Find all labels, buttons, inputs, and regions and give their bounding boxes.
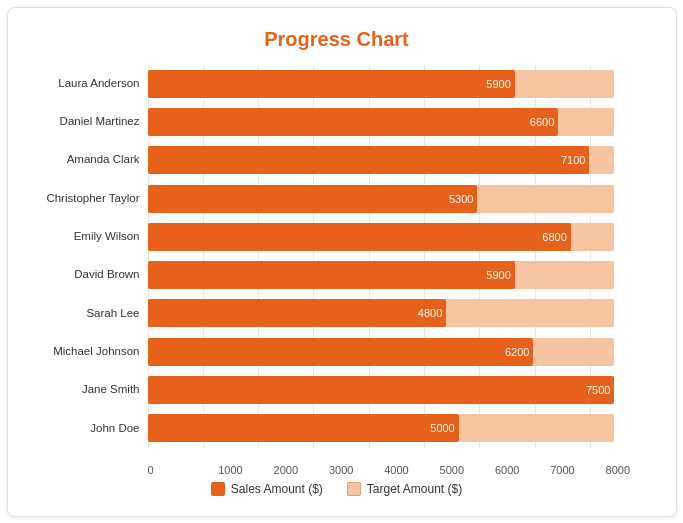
- bar-row: 4800: [148, 296, 646, 330]
- bar-pair: 4800: [148, 299, 646, 327]
- x-tick: 0: [148, 464, 203, 476]
- bar-sales: 6200: [148, 338, 534, 366]
- bar-sales: 5000: [148, 414, 459, 442]
- bar-pair: 5000: [148, 414, 646, 442]
- bar-pair: 7100: [148, 146, 646, 174]
- bar-sales-label: 7100: [561, 154, 589, 166]
- legend-sales-label: Sales Amount ($): [231, 482, 323, 496]
- bar-row: 7100: [148, 143, 646, 177]
- bar-row: 5300: [148, 182, 646, 216]
- bar-sales: 5300: [148, 185, 478, 213]
- y-label: Laura Anderson: [28, 67, 140, 101]
- y-label: Christopher Taylor: [28, 182, 140, 216]
- bar-row: 6200: [148, 335, 646, 369]
- bar-sales-label: 5000: [430, 422, 458, 434]
- bar-sales: 6800: [148, 223, 571, 251]
- bar-sales: 7500: [148, 376, 615, 404]
- legend-target-box: [347, 482, 361, 496]
- y-label: Michael Johnson: [28, 335, 140, 369]
- bar-sales: 5900: [148, 261, 515, 289]
- legend-sales: Sales Amount ($): [211, 482, 323, 496]
- bar-sales: 4800: [148, 299, 447, 327]
- bar-pair: 5900: [148, 261, 646, 289]
- bar-row: 6600: [148, 105, 646, 139]
- y-label: John Doe: [28, 411, 140, 445]
- bar-sales-label: 7500: [586, 384, 614, 396]
- bar-sales-label: 6600: [530, 116, 558, 128]
- bar-row: 5000: [148, 411, 646, 445]
- y-label: David Brown: [28, 258, 140, 292]
- bar-pair: 6600: [148, 108, 646, 136]
- bar-pair: 6200: [148, 338, 646, 366]
- chart-title: Progress Chart: [28, 28, 646, 51]
- x-tick: 8000: [590, 464, 645, 476]
- bars-and-x: 5900660071005300680059004800620075005000…: [148, 65, 646, 478]
- legend-sales-box: [211, 482, 225, 496]
- legend: Sales Amount ($) Target Amount ($): [28, 482, 646, 496]
- y-label: Daniel Martinez: [28, 105, 140, 139]
- chart-area: Laura AndersonDaniel MartinezAmanda Clar…: [28, 65, 646, 478]
- y-label: Amanda Clark: [28, 143, 140, 177]
- legend-target: Target Amount ($): [347, 482, 462, 496]
- bar-row: 5900: [148, 258, 646, 292]
- bar-sales-label: 6800: [542, 231, 570, 243]
- x-tick: 2000: [258, 464, 313, 476]
- bar-sales-label: 5300: [449, 193, 477, 205]
- bar-sales-label: 6200: [505, 346, 533, 358]
- bar-sales-label: 5900: [486, 269, 514, 281]
- bar-row: 5900: [148, 67, 646, 101]
- bar-row: 6800: [148, 220, 646, 254]
- bar-sales: 7100: [148, 146, 590, 174]
- bar-pair: 5300: [148, 185, 646, 213]
- y-label: Sarah Lee: [28, 296, 140, 330]
- chart-container: Progress Chart Laura AndersonDaniel Mart…: [7, 7, 677, 517]
- x-tick: 6000: [479, 464, 534, 476]
- bar-sales: 5900: [148, 70, 515, 98]
- x-tick: 1000: [203, 464, 258, 476]
- bar-pair: 7500: [148, 376, 646, 404]
- y-label: Jane Smith: [28, 373, 140, 407]
- y-label: Emily Wilson: [28, 220, 140, 254]
- bar-row: 7500: [148, 373, 646, 407]
- y-axis-labels: Laura AndersonDaniel MartinezAmanda Clar…: [28, 65, 148, 478]
- bar-pair: 6800: [148, 223, 646, 251]
- bar-pair: 5900: [148, 70, 646, 98]
- x-axis: 010002000300040005000600070008000: [148, 448, 646, 478]
- x-tick: 5000: [424, 464, 479, 476]
- x-tick: 4000: [369, 464, 424, 476]
- bars-area: 5900660071005300680059004800620075005000: [148, 65, 646, 448]
- bar-sales-label: 4800: [418, 307, 446, 319]
- legend-target-label: Target Amount ($): [367, 482, 462, 496]
- x-tick: 3000: [313, 464, 368, 476]
- bar-sales-label: 5900: [486, 78, 514, 90]
- x-tick: 7000: [535, 464, 590, 476]
- bar-sales: 6600: [148, 108, 559, 136]
